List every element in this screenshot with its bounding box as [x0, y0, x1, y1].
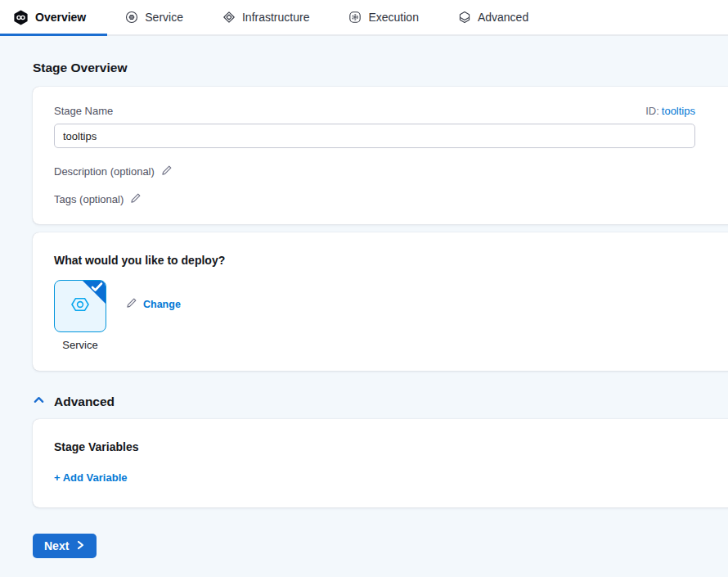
tab-advanced[interactable]: Advanced — [458, 11, 528, 24]
gear-icon — [348, 11, 362, 24]
deploy-stage-badge-icon — [13, 10, 29, 25]
advanced-section-title: Advanced — [54, 394, 115, 409]
deploy-type-label: Service — [62, 339, 97, 351]
advanced-section-toggle[interactable]: Advanced — [33, 394, 728, 409]
tab-overview[interactable]: Overview — [13, 10, 86, 25]
edit-tags-button[interactable] — [130, 192, 142, 206]
tab-label: Execution — [368, 11, 418, 24]
tab-label: Infrastructure — [242, 11, 309, 24]
stacked-diamonds-icon — [222, 11, 236, 24]
next-button-label: Next — [44, 539, 69, 552]
deploy-type-card: What would you like to deploy? Service — [33, 232, 728, 371]
pencil-icon — [130, 192, 142, 206]
tab-execution[interactable]: Execution — [348, 11, 418, 24]
pencil-icon — [126, 297, 137, 311]
tab-infrastructure[interactable]: Infrastructure — [222, 11, 309, 24]
tags-label: Tags (optional) — [54, 193, 124, 205]
stage-id-prefix: ID: — [645, 105, 659, 117]
chevron-right-icon — [75, 539, 85, 552]
change-deploy-type-button[interactable]: Change — [126, 297, 181, 311]
tab-label: Overview — [35, 11, 86, 24]
add-variable-button[interactable]: + Add Variable — [54, 471, 127, 484]
stage-variables-title: Stage Variables — [54, 440, 695, 453]
stage-variables-card: Stage Variables + Add Variable — [33, 419, 728, 507]
stage-id: ID:tooltips — [645, 105, 695, 117]
change-label: Change — [143, 299, 181, 310]
tab-service[interactable]: Service — [125, 11, 183, 24]
active-tab-underline — [0, 34, 107, 36]
edit-description-button[interactable] — [161, 165, 173, 178]
stage-name-label: Stage Name — [54, 105, 113, 117]
pencil-icon — [161, 165, 173, 178]
checkmark-corner-icon — [82, 280, 106, 308]
description-label: Description (optional) — [54, 165, 155, 178]
stage-tabbar: Overview Service Infrastructure — [0, 0, 728, 36]
stage-id-link[interactable]: tooltips — [662, 105, 695, 117]
stage-overview-card: Stage Name ID:tooltips Description (opti… — [33, 87, 728, 224]
service-nut-icon — [125, 11, 138, 24]
deploy-type-tile-service[interactable] — [54, 280, 106, 332]
stage-name-input[interactable] — [54, 124, 695, 148]
page-title: Stage Overview — [33, 61, 728, 75]
tab-label: Service — [145, 11, 183, 24]
deploy-question: What would you like to deploy? — [54, 254, 695, 267]
next-button[interactable]: Next — [33, 534, 97, 558]
chevron-up-icon — [33, 394, 45, 409]
layered-hexagon-icon — [458, 11, 471, 24]
tab-label: Advanced — [478, 11, 528, 24]
